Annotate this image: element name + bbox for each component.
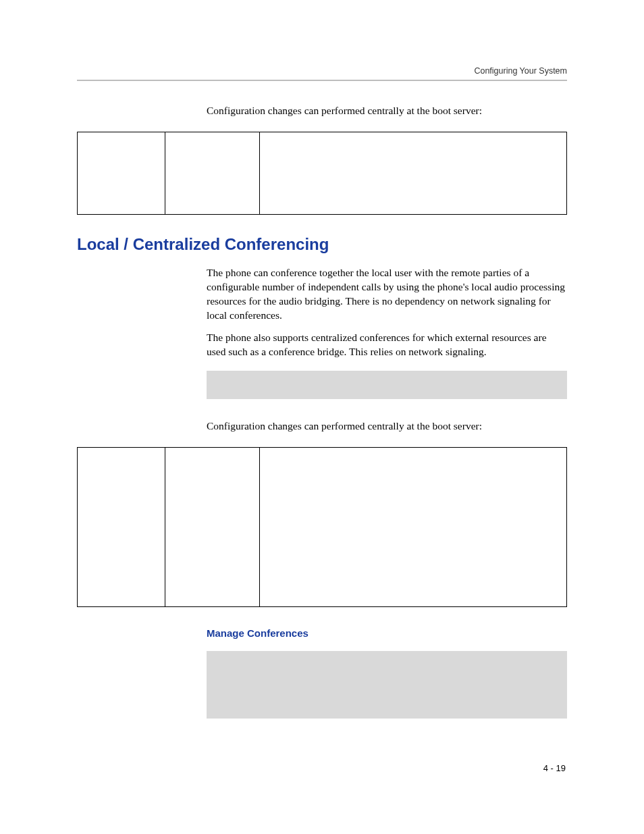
callout-box-2 — [207, 651, 567, 719]
header-section-label: Configuring Your System — [77, 66, 567, 76]
callout-box-1 — [207, 371, 567, 399]
config-table-1 — [77, 132, 567, 215]
body-paragraph-1: The phone can conference together the lo… — [207, 266, 567, 323]
config-table-2 — [77, 447, 567, 607]
body-paragraph-2: The phone also supports centralized conf… — [207, 331, 567, 359]
table-cell — [165, 132, 260, 214]
page-number: 4 - 19 — [543, 763, 566, 773]
table-row — [78, 132, 567, 214]
table-cell — [78, 132, 165, 214]
table-cell — [165, 448, 260, 607]
subsection-heading: Manage Conferences — [207, 627, 567, 639]
header-divider — [77, 80, 567, 81]
table-cell — [260, 448, 567, 607]
table-cell — [260, 132, 567, 214]
intro-text-2: Configuration changes can performed cent… — [207, 419, 567, 434]
table-cell — [78, 448, 165, 607]
section-heading: Local / Centralized Conferencing — [77, 235, 567, 254]
intro-text-1: Configuration changes can performed cent… — [207, 104, 567, 118]
table-row — [78, 448, 567, 607]
